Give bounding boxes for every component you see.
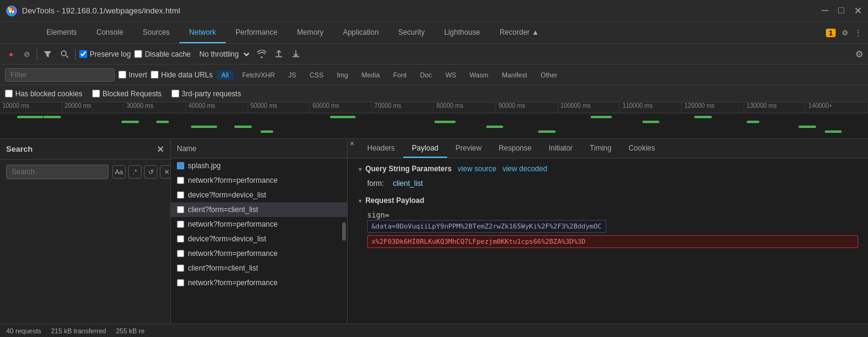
- tab-payload[interactable]: Payload: [403, 139, 447, 158]
- file-checkbox-8[interactable]: [177, 279, 184, 286]
- query-collapse-icon[interactable]: [357, 165, 363, 173]
- stop-button[interactable]: ⊘: [21, 48, 33, 60]
- has-blocked-label[interactable]: Has blocked cookies: [5, 90, 82, 98]
- upload-icon-button[interactable]: [272, 48, 285, 61]
- toolbar-right: ⚙: [855, 49, 863, 60]
- blocked-requests-checkbox[interactable]: [92, 90, 100, 98]
- toolbar-separator-1: [37, 49, 37, 60]
- search-input[interactable]: [6, 165, 109, 179]
- filter-media[interactable]: Media: [357, 70, 385, 80]
- ruler-mark-13: 130000 ms: [744, 102, 806, 113]
- filter-fetch-xhr[interactable]: Fetch/XHR: [237, 70, 280, 80]
- maximize-button[interactable]: □: [838, 5, 844, 16]
- payload-collapse-icon[interactable]: [357, 196, 363, 205]
- titlebar: DevTools - 192.168.0.1/webpages/index.ht…: [0, 0, 868, 22]
- tab-elements[interactable]: Elements: [37, 22, 87, 43]
- search-close-button[interactable]: ✕: [157, 144, 164, 154]
- tab-performance[interactable]: Performance: [226, 22, 287, 43]
- invert-checkbox[interactable]: [118, 71, 126, 79]
- close-button[interactable]: ✕: [854, 5, 862, 16]
- file-name-3: client?form=client_list: [188, 205, 258, 214]
- tab-network[interactable]: Network: [179, 22, 226, 43]
- download-icon-button[interactable]: [289, 48, 303, 61]
- filter-wasm[interactable]: Wasm: [465, 70, 493, 80]
- tab-timing[interactable]: Timing: [581, 139, 620, 158]
- tab-lighthouse[interactable]: Lighthouse: [434, 22, 490, 43]
- file-checkbox-6[interactable]: [177, 250, 184, 257]
- view-source-button[interactable]: view source: [457, 165, 496, 173]
- more-menu-icon[interactable]: ⋮: [855, 29, 862, 37]
- settings-icon[interactable]: ⚙: [842, 29, 848, 37]
- filter-all[interactable]: All: [217, 70, 234, 80]
- refresh-search-button[interactable]: ↺: [144, 165, 157, 179]
- filter-doc[interactable]: Doc: [415, 70, 437, 80]
- list-item[interactable]: network?form=performance: [171, 217, 347, 232]
- list-item[interactable]: device?form=device_list: [171, 188, 347, 202]
- tab-preview[interactable]: Preview: [447, 139, 490, 158]
- disable-cache-checkbox-label[interactable]: Disable cache: [134, 50, 190, 59]
- list-item[interactable]: network?form=performance: [171, 246, 347, 261]
- view-decoded-button[interactable]: view decoded: [503, 165, 547, 173]
- filter-js[interactable]: JS: [284, 70, 301, 80]
- close-panel-button[interactable]: ✕: [348, 139, 356, 147]
- minimize-button[interactable]: ─: [822, 5, 828, 16]
- list-item[interactable]: client?form=client_list: [171, 261, 347, 275]
- preserve-log-checkbox[interactable]: [79, 50, 87, 58]
- filter-font[interactable]: Font: [389, 70, 412, 80]
- filter-icon-button[interactable]: [41, 48, 54, 61]
- search-icon-button[interactable]: [58, 48, 71, 61]
- ruler-mark-10: 100000 ms: [558, 102, 620, 113]
- filter-css[interactable]: CSS: [305, 70, 329, 80]
- wifi-icon-button[interactable]: [255, 48, 268, 61]
- ruler-mark-7: 70000 ms: [372, 102, 434, 113]
- tab-cookies[interactable]: Cookies: [620, 139, 663, 158]
- preserve-log-label: Preserve log: [90, 50, 131, 59]
- has-blocked-checkbox[interactable]: [5, 90, 13, 98]
- payload-data-line: &data=0DoVuqiiLpY9nPPM%2BTemZ2rwZk165WyK…: [357, 221, 858, 232]
- hide-data-urls-checkbox-label[interactable]: Hide data URLs: [151, 71, 213, 79]
- list-item[interactable]: client?form=client_list: [171, 202, 347, 217]
- file-checkbox-7[interactable]: [177, 264, 184, 272]
- window-controls[interactable]: ─ □ ✕: [822, 5, 862, 16]
- invert-checkbox-label[interactable]: Invert: [118, 71, 147, 79]
- blocked-requests-label[interactable]: Blocked Requests: [92, 90, 162, 98]
- match-case-button[interactable]: Aa: [112, 165, 126, 179]
- third-party-label[interactable]: 3rd-party requests: [171, 90, 241, 98]
- tab-memory[interactable]: Memory: [287, 22, 333, 43]
- settings-gear-icon[interactable]: ⚙: [855, 49, 863, 60]
- file-checkbox-1[interactable]: [177, 177, 184, 184]
- record-button[interactable]: ●: [5, 48, 17, 60]
- tab-security[interactable]: Security: [389, 22, 434, 43]
- hide-data-urls-checkbox[interactable]: [151, 71, 159, 79]
- tab-sources[interactable]: Sources: [133, 22, 179, 43]
- list-item[interactable]: device?form=device_list: [171, 232, 347, 246]
- disable-cache-checkbox[interactable]: [134, 50, 142, 58]
- file-checkbox-2[interactable]: [177, 191, 184, 199]
- tab-console[interactable]: Console: [87, 22, 133, 43]
- filter-img[interactable]: Img: [332, 70, 353, 80]
- filter-ws[interactable]: WS: [440, 70, 461, 80]
- filter-manifest[interactable]: Manifest: [497, 70, 533, 80]
- tab-response[interactable]: Response: [490, 139, 540, 158]
- query-section-header: Query String Parameters view source view…: [357, 165, 858, 173]
- filter-bar: Invert Hide data URLs All Fetch/XHR JS C…: [0, 65, 868, 85]
- preserve-log-checkbox-label[interactable]: Preserve log: [79, 50, 131, 59]
- file-checkbox-5[interactable]: [177, 235, 184, 243]
- timeline-bar-15: [747, 121, 759, 123]
- list-item[interactable]: splash.jpg: [171, 158, 347, 173]
- filter-input[interactable]: [5, 68, 115, 82]
- file-checkbox-4[interactable]: [177, 221, 184, 228]
- list-item[interactable]: network?form=performance: [171, 275, 347, 290]
- tab-application[interactable]: Application: [333, 22, 389, 43]
- tab-headers[interactable]: Headers: [359, 139, 403, 158]
- throttle-select[interactable]: No throttling: [195, 48, 251, 60]
- filter-other[interactable]: Other: [536, 70, 562, 80]
- tab-recorder[interactable]: Recorder ▲: [490, 22, 549, 43]
- third-party-checkbox[interactable]: [171, 90, 179, 98]
- timeline-bar-5: [191, 126, 217, 128]
- regex-button[interactable]: .*: [128, 165, 142, 179]
- payload-highlighted-text: x%2F03Dk6HI0RLKuKQ3MhCQ7LFpezjm0KKtu1cps…: [367, 235, 858, 248]
- file-checkbox-3[interactable]: [177, 206, 184, 213]
- list-item[interactable]: network?form=performance: [171, 173, 347, 188]
- tab-initiator[interactable]: Initiator: [540, 139, 581, 158]
